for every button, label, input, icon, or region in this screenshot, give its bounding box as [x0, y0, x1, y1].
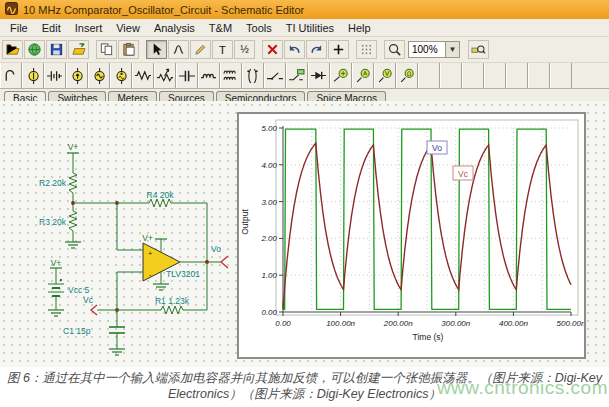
menu-t-m[interactable]: T&M: [202, 21, 239, 35]
jumper-tool[interactable]: [0, 63, 22, 88]
relay-tool[interactable]: [286, 63, 308, 88]
capacitor-icon: [178, 67, 195, 84]
jumper-icon: [2, 67, 19, 84]
export-icon: [71, 42, 86, 57]
redo-icon: [309, 42, 324, 57]
svg-text:0.00: 0.00: [275, 319, 291, 328]
copy-icon: [99, 42, 114, 57]
svg-text:5.00: 5.00: [261, 124, 277, 133]
save-icon: [49, 42, 64, 57]
svg-text:500.00n: 500.00n: [557, 319, 584, 328]
ohmmeter-tool[interactable]: [396, 63, 418, 88]
zoom-tool-button[interactable]: [384, 40, 405, 59]
delete-button[interactable]: [262, 40, 283, 59]
paste-icon: [121, 42, 136, 57]
open-web-button[interactable]: [24, 40, 45, 59]
save-button[interactable]: [46, 40, 67, 59]
empty-tool-cell: [440, 63, 462, 88]
undo-icon: [287, 42, 302, 57]
resistor-r2-label: R2 20k: [39, 178, 67, 188]
potentiometer-tool[interactable]: [154, 63, 176, 88]
waveform-diagram-window: 0.001.002.003.004.005.000.00100.00n200.0…: [237, 112, 586, 359]
svg-text:3.00: 3.00: [261, 198, 277, 207]
voltage-source-tool[interactable]: [22, 63, 44, 88]
voltmeter-icon: [376, 67, 393, 84]
zoom-tool-icon: [387, 42, 402, 57]
pencil-tool-button[interactable]: [190, 40, 211, 59]
menu-file[interactable]: File: [3, 21, 35, 35]
diode-tool[interactable]: [308, 63, 330, 88]
menu-ti-utilities[interactable]: TI Utilities: [279, 21, 341, 35]
opamp-noninverting-label: +: [148, 249, 153, 258]
app-icon[interactable]: [5, 1, 18, 19]
export-button[interactable]: [68, 40, 89, 59]
battery-tool[interactable]: [44, 63, 66, 88]
vo-port-label: Vo: [211, 244, 221, 254]
equation-tool-button[interactable]: ½: [234, 40, 255, 59]
inductor-icon: [200, 67, 217, 84]
open-web-icon: [27, 42, 42, 57]
coupled-inductors-tool[interactable]: [220, 63, 242, 88]
svg-text:200.00n: 200.00n: [383, 319, 413, 328]
copy-button[interactable]: [96, 40, 117, 59]
svg-text:300.00n: 300.00n: [441, 319, 470, 328]
current-generator-tool[interactable]: [110, 63, 132, 88]
empty-tool-cell: [484, 63, 506, 88]
menu-edit[interactable]: Edit: [35, 21, 68, 35]
find-component-button[interactable]: [468, 40, 489, 59]
ammeter-icon: [354, 67, 371, 84]
grid-toggle-icon: [359, 42, 374, 57]
svg-text:400.00n: 400.00n: [499, 319, 528, 328]
add-component-icon: [331, 42, 346, 57]
transformer-icon: [244, 67, 261, 84]
ammeter-tool[interactable]: [352, 63, 374, 88]
component-toolbar: [0, 63, 609, 89]
voltmeter-tool[interactable]: [374, 63, 396, 88]
voltage-generator-icon: [90, 67, 107, 84]
resistor-r1-label: R1 1.23k: [155, 296, 190, 306]
wire-tool-button[interactable]: [168, 40, 189, 59]
menu-view[interactable]: View: [109, 21, 147, 35]
oscillator-schematic[interactable]: V+ R2 20k R3 20k R4 20k V+ + - TLV3201 V…: [30, 135, 240, 366]
open-file-button[interactable]: [2, 40, 23, 59]
paste-button[interactable]: [118, 40, 139, 59]
zoom-level-select[interactable]: 100%▼: [408, 41, 460, 58]
ohmmeter-icon: [398, 67, 415, 84]
select-tool-button[interactable]: [146, 40, 167, 59]
zoom-level-value: 100%: [409, 44, 445, 55]
voltage-generator-tool[interactable]: [88, 63, 110, 88]
vplus-divider-label: V+: [68, 142, 79, 152]
find-component-icon: [471, 42, 486, 57]
select-tool-icon: [149, 42, 164, 57]
switch-tool[interactable]: [264, 63, 286, 88]
current-source-icon: [68, 67, 85, 84]
grid-toggle-button[interactable]: [356, 40, 377, 59]
inductor-tool[interactable]: [198, 63, 220, 88]
legend-vo: Vo: [427, 141, 447, 154]
title-bar[interactable]: 10 MHz Comparator_Oscillator_Circuit - S…: [0, 0, 609, 19]
chevron-down-icon[interactable]: ▼: [445, 42, 459, 57]
current-source-tool[interactable]: [66, 63, 88, 88]
redo-button[interactable]: [306, 40, 327, 59]
menu-tools[interactable]: Tools: [239, 21, 279, 35]
text-tool-button[interactable]: T: [212, 40, 233, 59]
voltage-pin-tool[interactable]: [330, 63, 352, 88]
text-tool-icon: T: [215, 42, 230, 57]
menu-insert[interactable]: Insert: [68, 21, 110, 35]
schematic-canvas[interactable]: V+ R2 20k R3 20k R4 20k V+ + - TLV3201 V…: [0, 101, 609, 367]
voltage-source-icon: [24, 67, 41, 84]
legend-vc-label: Vc: [458, 169, 469, 179]
diode-icon: [310, 67, 327, 84]
schematic-editor-window: 10 MHz Comparator_Oscillator_Circuit - S…: [0, 0, 609, 367]
undo-button[interactable]: [284, 40, 305, 59]
add-component-button[interactable]: [328, 40, 349, 59]
waveform-plot: 0.001.002.003.004.005.000.00100.00n200.0…: [239, 114, 584, 357]
svg-text:1.00: 1.00: [261, 271, 277, 280]
menu-analysis[interactable]: Analysis: [147, 21, 202, 35]
resistor-icon: [134, 67, 151, 84]
capacitor-tool[interactable]: [176, 63, 198, 88]
menu-help[interactable]: Help: [341, 21, 378, 35]
resistor-tool[interactable]: [132, 63, 154, 88]
transformer-tool[interactable]: [242, 63, 264, 88]
figure-caption: 图 6：通过在其中一个输入端添加电容器并向其施加反馈，可以创建一个张弛振荡器。（…: [0, 367, 609, 407]
